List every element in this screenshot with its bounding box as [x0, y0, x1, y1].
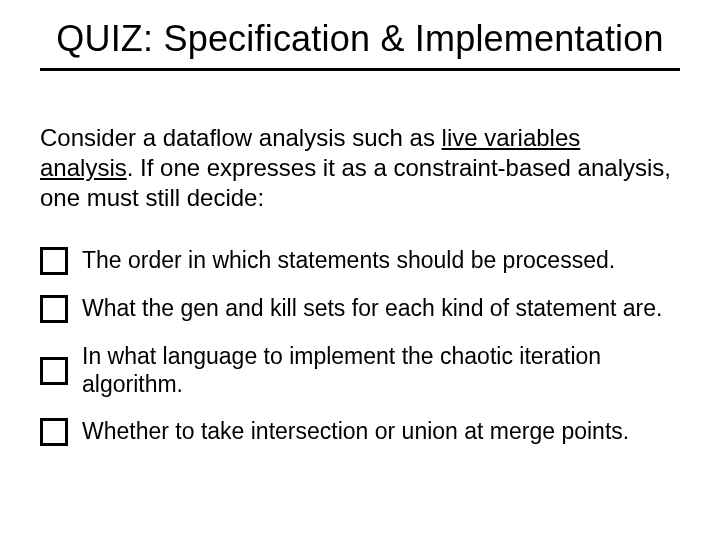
prompt-post: . If one expresses it as a constraint-ba…	[40, 154, 671, 211]
option-label: In what language to implement the chaoti…	[82, 343, 682, 398]
option-label: Whether to take intersection or union at…	[82, 418, 629, 446]
option-row: Whether to take intersection or union at…	[38, 418, 682, 446]
option-label: The order in which statements should be …	[82, 247, 615, 275]
checkbox-icon[interactable]	[40, 418, 68, 446]
page-title: QUIZ: Specification & Implementation	[38, 18, 682, 66]
title-divider	[40, 68, 680, 71]
checkbox-icon[interactable]	[40, 357, 68, 385]
slide: QUIZ: Specification & Implementation Con…	[0, 0, 720, 446]
option-row: In what language to implement the chaoti…	[38, 343, 682, 398]
checkbox-icon[interactable]	[40, 247, 68, 275]
question-prompt: Consider a dataflow analysis such as liv…	[38, 123, 682, 213]
prompt-pre: Consider a dataflow analysis such as	[40, 124, 442, 151]
options-list: The order in which statements should be …	[38, 247, 682, 446]
option-label: What the gen and kill sets for each kind…	[82, 295, 662, 323]
option-row: The order in which statements should be …	[38, 247, 682, 275]
checkbox-icon[interactable]	[40, 295, 68, 323]
option-row: What the gen and kill sets for each kind…	[38, 295, 682, 323]
